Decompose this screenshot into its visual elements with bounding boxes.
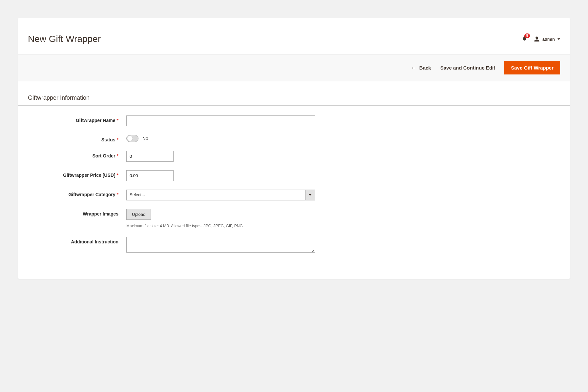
category-select[interactable]: Select... bbox=[126, 190, 315, 200]
required-mark: * bbox=[117, 137, 118, 142]
upload-hint: Maximum file size: 4 MB. Allowed file ty… bbox=[126, 224, 560, 228]
instruction-textarea[interactable] bbox=[126, 237, 315, 253]
row-sort-order: Sort Order* bbox=[28, 151, 560, 162]
label-status: Status* bbox=[28, 135, 126, 142]
header-right: 8 admin bbox=[522, 35, 560, 43]
page-header: New Gift Wrapper 8 admin bbox=[18, 28, 570, 54]
name-input[interactable] bbox=[126, 115, 315, 126]
user-menu[interactable]: admin bbox=[534, 36, 560, 42]
label-price: Giftwrapper Price [USD]* bbox=[28, 170, 126, 178]
save-continue-button[interactable]: Save and Continue Edit bbox=[440, 65, 495, 71]
form: Giftwrapper Name* Status* No Sort bbox=[18, 115, 570, 254]
label-sort-order: Sort Order* bbox=[28, 151, 126, 158]
row-images: Wrapper Images Upload Maximum file size:… bbox=[28, 209, 560, 228]
status-toggle[interactable] bbox=[126, 135, 138, 142]
arrow-left-icon: ← bbox=[411, 65, 416, 71]
notifications-button[interactable]: 8 bbox=[522, 35, 527, 43]
section-title: Giftwrapper Information bbox=[18, 81, 570, 106]
actions-bar: ← Back Save and Continue Edit Save Gift … bbox=[18, 54, 570, 81]
required-mark: * bbox=[117, 118, 118, 123]
category-select-value: Select... bbox=[126, 190, 305, 200]
row-status: Status* No bbox=[28, 135, 560, 142]
notification-badge: 8 bbox=[524, 33, 530, 38]
status-toggle-label: No bbox=[142, 136, 148, 141]
row-price: Giftwrapper Price [USD]* bbox=[28, 170, 560, 181]
sort-order-input[interactable] bbox=[126, 151, 174, 162]
label-name: Giftwrapper Name* bbox=[28, 115, 126, 123]
label-category: Giftwrapper Category* bbox=[28, 190, 126, 197]
label-instruction: Additional Instruction bbox=[28, 237, 126, 244]
category-select-caret[interactable] bbox=[305, 190, 315, 200]
page-card: New Gift Wrapper 8 admin ← Back Save and… bbox=[18, 18, 570, 279]
caret-down-icon bbox=[309, 194, 311, 196]
toggle-knob bbox=[127, 135, 133, 141]
required-mark: * bbox=[117, 153, 118, 158]
row-name: Giftwrapper Name* bbox=[28, 115, 560, 126]
page-title: New Gift Wrapper bbox=[28, 34, 101, 44]
back-label: Back bbox=[419, 65, 431, 71]
user-icon bbox=[534, 36, 540, 42]
back-button[interactable]: ← Back bbox=[411, 65, 431, 71]
username-label: admin bbox=[542, 37, 555, 42]
row-instruction: Additional Instruction bbox=[28, 237, 560, 254]
required-mark: * bbox=[117, 173, 118, 178]
chevron-down-icon bbox=[557, 38, 560, 40]
price-input[interactable] bbox=[126, 170, 174, 181]
label-images: Wrapper Images bbox=[28, 209, 126, 217]
upload-button[interactable]: Upload bbox=[126, 209, 151, 220]
required-mark: * bbox=[117, 192, 118, 197]
row-category: Giftwrapper Category* Select... bbox=[28, 190, 560, 200]
save-button[interactable]: Save Gift Wrapper bbox=[504, 61, 560, 74]
